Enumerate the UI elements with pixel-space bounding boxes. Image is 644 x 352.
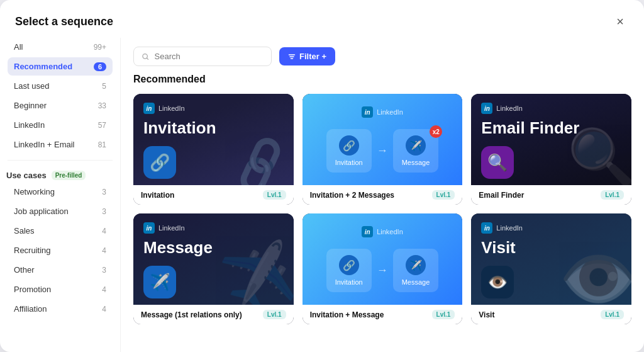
search-box[interactable] [133, 47, 272, 66]
svg-rect-3 [289, 56, 294, 57]
modal-header: Select a sequence × [0, 0, 644, 38]
card-invitation-2msg[interactable]: in LinkedIn 🔗 Invitation → [303, 94, 463, 205]
close-button[interactable]: × [611, 13, 629, 30]
card-flow-image: in LinkedIn 🔗 Invitation → [303, 94, 463, 185]
modal-title: Select a sequence [15, 15, 113, 28]
flow-nodes: 🔗 Invitation → ✈️ Message x2 [326, 129, 439, 173]
modal-body: All99+Recommended6Last used5Beginner33Li… [0, 38, 644, 352]
flow-node-invitation: 🔗 Invitation [326, 129, 372, 173]
eye-node-icon: 👁️ [481, 266, 514, 298]
linkedin-icon: in [143, 103, 155, 114]
filter-icon [288, 53, 296, 60]
card-email-finder-footer: Email Finder Lvl.1 [471, 185, 631, 205]
inv2-icon: 🔗 [339, 255, 359, 275]
section-title: Recommended [133, 74, 631, 85]
search-node-icon: 🔍 [481, 146, 514, 179]
sidebar-item-all[interactable]: All99+ [8, 38, 113, 56]
search-input[interactable] [155, 52, 264, 61]
cards-grid: in LinkedIn Invitation 🔗 🔗 Invitati [133, 94, 631, 324]
card-message-footer: Message (1st relations only) Lvl.1 [133, 305, 294, 324]
card-message-image: in LinkedIn Message ✈️ ✈️ [133, 213, 294, 305]
card-invitation-footer: Invitation Lvl.1 [133, 185, 294, 205]
sidebar-item-recommended[interactable]: Recommended6 [8, 57, 113, 76]
sidebar-item-other[interactable]: Other3 [8, 261, 113, 279]
card-inv-msg-footer: Invitation + Message Lvl.1 [303, 305, 463, 324]
sidebar-divider [8, 160, 113, 161]
message-node-icon: ✈️ [406, 135, 426, 156]
main-content: Filter + Recommended in LinkedIn Invitat… [121, 38, 644, 352]
sidebar-item-sales[interactable]: Sales4 [8, 222, 113, 240]
linkedin-icon-4: in [143, 222, 155, 234]
linkedin-icon-6: in [481, 222, 492, 234]
deco-eye-icon: 👁️ [559, 242, 631, 305]
card-invitation-message[interactable]: in LinkedIn 🔗 Invitation → ✈️ [303, 213, 463, 324]
svg-rect-2 [289, 54, 296, 55]
card-inv-msg-image: in LinkedIn 🔗 Invitation → ✈️ [303, 213, 463, 305]
card-email-finder[interactable]: in LinkedIn Email Finder 🔍 🔍 Email Finde… [471, 94, 631, 205]
card-email-finder-image: in LinkedIn Email Finder 🔍 🔍 [471, 94, 631, 185]
svg-line-1 [147, 58, 148, 59]
sidebar-item-last-used[interactable]: Last used5 [8, 77, 113, 95]
search-filter-row: Filter + [133, 38, 631, 74]
card-invitation[interactable]: in LinkedIn Invitation 🔗 🔗 Invitati [133, 94, 294, 205]
msg2-icon: ✈️ [406, 255, 426, 275]
card-2msg-footer: Invitation + 2 Messages Lvl.1 [303, 185, 463, 205]
link-icon: 🔗 [143, 146, 176, 179]
flow-arrow-2: → [377, 264, 388, 277]
sidebar-item-linkedin-+-email[interactable]: LinkedIn + Email81 [8, 135, 113, 154]
sidebar-item-promotion[interactable]: Promotion4 [8, 280, 113, 298]
search-icon [142, 52, 150, 61]
sidebar-top-section: All99+Recommended6Last used5Beginner33Li… [0, 38, 120, 154]
card-visit-footer: Visit Lvl.1 [471, 305, 631, 324]
msg-node-icon: ✈️ [143, 266, 176, 298]
card-message[interactable]: in LinkedIn Message ✈️ ✈️ Message (1st r… [133, 213, 294, 324]
x2-badge: x2 [430, 125, 442, 138]
card-visit-image: in LinkedIn Visit 👁️ 👁️ [471, 213, 631, 305]
flow-nodes-2: 🔗 Invitation → ✈️ Message [326, 249, 439, 292]
use-cases-label: Use cases Pre-filled [0, 167, 120, 183]
card-invitation-image: in LinkedIn Invitation 🔗 🔗 [133, 94, 294, 185]
svg-rect-4 [291, 58, 294, 59]
sidebar-item-beginner[interactable]: Beginner33 [8, 96, 113, 115]
deco-search-icon: 🔍 [567, 125, 631, 185]
sidebar: All99+Recommended6Last used5Beginner33Li… [0, 38, 121, 352]
sidebar-use-cases-section: Networking3Job application3Sales4Recruit… [0, 183, 120, 318]
sidebar-item-linkedin[interactable]: LinkedIn57 [8, 116, 113, 134]
sidebar-item-job-application[interactable]: Job application3 [8, 202, 113, 220]
sidebar-item-networking[interactable]: Networking3 [8, 183, 113, 201]
linkedin-icon-5: in [362, 226, 373, 237]
flow-arrow: → [377, 144, 388, 157]
flow-node-inv2: 🔗 Invitation [326, 249, 372, 292]
modal: Select a sequence × All99+Recommended6La… [0, 0, 644, 352]
filter-button[interactable]: Filter + [279, 47, 335, 65]
prefilled-badge: Pre-filled [52, 171, 86, 180]
linkedin-icon-2: in [362, 106, 373, 118]
linkedin-icon-3: in [481, 103, 492, 114]
flow-node-msg2: ✈️ Message [393, 249, 439, 292]
invitation-node-icon: 🔗 [339, 135, 359, 156]
sidebar-item-affiliation[interactable]: Affiliation4 [8, 300, 113, 318]
card-visit[interactable]: in LinkedIn Visit 👁️ 👁️ Visit Lvl.1 [471, 213, 631, 324]
sidebar-item-recruiting[interactable]: Recruiting4 [8, 241, 113, 259]
